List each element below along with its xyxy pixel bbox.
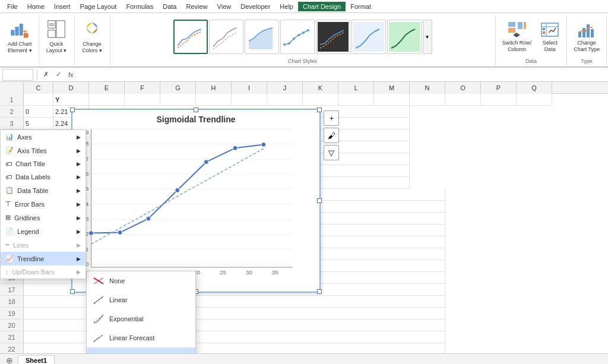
col-header-p[interactable]: P (481, 82, 517, 94)
menu-item-data-table[interactable]: 📋 Data Table ▶ (1, 183, 86, 197)
add-chart-element-button[interactable]: Add ChartElement ▾ (5, 17, 35, 57)
trendline-moving-average[interactable]: Moving Average (87, 347, 195, 353)
name-box[interactable] (2, 69, 33, 81)
trendline-exponential[interactable]: Exponential (87, 309, 195, 328)
menu-view[interactable]: View (213, 2, 236, 11)
chart-area[interactable]: Sigmoidal Trendline 0 1 2 3 4 5 6 7 8 9 … (71, 109, 321, 293)
col-header-h[interactable]: H (196, 82, 232, 94)
chart-style-scroll-btn[interactable]: ▼ (423, 20, 432, 54)
cell-h1[interactable] (196, 94, 232, 106)
menu-item-axes[interactable]: 📊 Axes ▶ (1, 130, 86, 144)
cell-p1[interactable] (481, 94, 517, 106)
cell-q1[interactable] (517, 94, 552, 106)
menu-item-lines[interactable]: ━ Lines ▶ (1, 238, 86, 252)
cell-d1[interactable]: Y (53, 94, 89, 106)
sheet-tab-sheet1[interactable]: Sheet1 (18, 355, 55, 364)
menu-item-chart-title[interactable]: 🏷 Chart Title ▶ (1, 157, 86, 170)
col-header-l[interactable]: L (338, 82, 374, 94)
col-header-f[interactable]: F (125, 82, 160, 94)
cell-c3[interactable]: 5 (24, 118, 53, 129)
cell-f1[interactable] (125, 94, 160, 106)
cell-e1[interactable] (89, 94, 125, 106)
col-header-o[interactable]: O (445, 82, 481, 94)
row-header-3[interactable]: 3 (0, 118, 24, 129)
row-header-20[interactable]: 20 (0, 319, 24, 331)
change-chart-type-button[interactable]: ChangeChart Type (571, 17, 603, 57)
trendline-none[interactable]: None (87, 271, 195, 290)
chart-handle-tl[interactable] (70, 107, 75, 112)
menu-item-updown-bars[interactable]: ↕ Up/Down Bars ▶ (1, 265, 86, 278)
menu-help[interactable]: Help (275, 2, 298, 11)
cell-l1[interactable] (338, 94, 374, 106)
row-header-21[interactable]: 21 (0, 331, 24, 343)
chart-style-1[interactable] (173, 20, 208, 54)
formula-cancel-btn[interactable]: ✗ (41, 70, 51, 79)
col-header-e[interactable]: E (89, 82, 125, 94)
cell-n1[interactable] (410, 94, 445, 106)
chart-handle-bl[interactable] (70, 289, 75, 294)
cell-j1[interactable] (267, 94, 303, 106)
switch-row-column-button[interactable]: Switch Row/Column (499, 17, 535, 57)
row-header-17[interactable]: 17 (0, 284, 24, 296)
cell-c1[interactable] (24, 94, 53, 106)
add-sheet-button[interactable]: ⊕ (2, 354, 17, 365)
menu-insert[interactable]: Insert (49, 2, 75, 11)
col-header-g[interactable]: G (160, 82, 196, 94)
menu-item-axis-titles[interactable]: 📝 Axis Titles ▶ (1, 144, 86, 157)
chart-filter-tool[interactable]: ▽ (324, 145, 339, 160)
cell-i1[interactable] (232, 94, 267, 106)
menu-item-legend[interactable]: 📄 Legend ▶ (1, 224, 86, 238)
col-header-q[interactable]: Q (517, 82, 552, 94)
menu-review[interactable]: Review (181, 2, 212, 11)
trendline-linear-forecast[interactable]: Linear Forecast (87, 328, 195, 347)
menu-format[interactable]: Format (346, 2, 376, 11)
chart-handle-br[interactable] (317, 289, 322, 294)
row-header-19[interactable]: 19 (0, 308, 24, 319)
chart-style-tool[interactable]: 🖌 (324, 128, 339, 143)
chart-style-5[interactable] (316, 20, 350, 54)
menu-data[interactable]: Data (158, 2, 181, 11)
chart-style-7[interactable] (387, 20, 422, 54)
formula-input[interactable] (78, 69, 606, 81)
menu-developer[interactable]: Developer (236, 2, 275, 11)
chart-handle-tc[interactable] (194, 107, 198, 112)
chart-style-3[interactable] (245, 20, 279, 54)
row-header-18[interactable]: 18 (0, 296, 24, 308)
menu-page-layout[interactable]: Page Layout (75, 2, 122, 11)
menu-file[interactable]: File (2, 2, 23, 11)
menu-item-gridlines[interactable]: ⊞ Gridlines ▶ (1, 211, 86, 224)
col-header-c[interactable]: C (24, 82, 53, 94)
cell-k1[interactable] (303, 94, 338, 106)
cell-g1[interactable] (160, 94, 196, 106)
cell-c2[interactable]: 0 (24, 106, 53, 118)
menu-item-data-labels[interactable]: 🏷 Data Labels ▶ (1, 170, 86, 183)
chart-style-6[interactable] (352, 20, 386, 54)
change-colors-button[interactable]: ChangeColors ▾ (78, 17, 106, 57)
col-header-i[interactable]: I (232, 82, 267, 94)
quick-layout-button[interactable]: QuickLayout ▾ (43, 17, 70, 57)
trendline-linear[interactable]: Linear (87, 290, 195, 309)
col-header-d[interactable]: D (53, 82, 89, 94)
chart-add-element-tool[interactable]: ＋ (324, 110, 339, 126)
menu-chart-design[interactable]: Chart Design (298, 2, 346, 11)
menu-item-trendline[interactable]: 📈 Trendline ▶ (1, 252, 86, 265)
row-header-1[interactable]: 1 (0, 94, 24, 106)
formula-insert-btn[interactable]: fx (66, 71, 76, 79)
col-header-n[interactable]: N (410, 82, 445, 94)
menu-item-error-bars[interactable]: ⊤ Error Bars ▶ (1, 197, 86, 211)
menu-formulas[interactable]: Formulas (121, 2, 158, 11)
cell-o1[interactable] (445, 94, 481, 106)
col-header-m[interactable]: M (374, 82, 410, 94)
col-header-k[interactable]: K (303, 82, 338, 94)
select-data-button[interactable]: SelectData (537, 17, 563, 57)
chart-handle-tr[interactable] (317, 107, 322, 112)
chart-style-2[interactable] (209, 20, 243, 54)
menu-home[interactable]: Home (23, 2, 49, 11)
row-header-22[interactable]: 22 (0, 343, 24, 353)
chart-style-4[interactable] (280, 20, 315, 54)
formula-confirm-btn[interactable]: ✓ (53, 70, 64, 79)
row-header-2[interactable]: 2 (0, 106, 24, 118)
cell-m1[interactable] (374, 94, 410, 106)
chart-handle-mr[interactable] (317, 198, 322, 203)
col-header-j[interactable]: J (267, 82, 303, 94)
